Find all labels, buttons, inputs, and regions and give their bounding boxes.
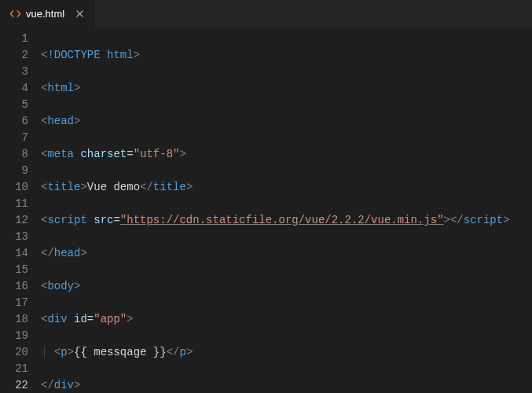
close-icon[interactable] (73, 8, 86, 20)
line-number: 5 (0, 97, 28, 113)
line-number: 19 (0, 328, 28, 344)
line-number: 17 (0, 295, 28, 311)
line-number: 3 (0, 64, 28, 80)
line-number: 22 (0, 377, 28, 393)
code-line[interactable]: <!DOCTYPE html> (41, 47, 532, 64)
line-number: 8 (0, 146, 28, 163)
code-line[interactable]: <head> (41, 113, 532, 130)
code-line[interactable]: │ <p>{{ messqage }}</p> (41, 344, 532, 361)
line-number: 13 (0, 229, 28, 245)
code-line[interactable]: <script src="https://cdn.staticfile.org/… (41, 212, 532, 229)
code-line[interactable]: <div id="app"> (41, 311, 532, 328)
code-line[interactable]: </head> (41, 245, 532, 262)
tab-bar: vue.html (0, 0, 532, 28)
line-number: 21 (0, 361, 28, 377)
line-number: 6 (0, 113, 28, 130)
code-line[interactable]: <html> (41, 80, 532, 97)
line-number: 14 (0, 245, 28, 262)
line-number: 7 (0, 130, 28, 146)
code-line[interactable]: <body> (41, 278, 532, 295)
code-line[interactable]: <title>Vue demo</title> (41, 179, 532, 196)
code-line[interactable]: </div> (41, 377, 532, 393)
line-number: 2 (0, 47, 28, 64)
line-number: 18 (0, 311, 28, 328)
line-number: 9 (0, 163, 28, 179)
code-content[interactable]: <!DOCTYPE html> <html> <head> <meta char… (41, 31, 532, 393)
line-number: 11 (0, 196, 28, 212)
line-number: 16 (0, 278, 28, 295)
editor-area[interactable]: 1 2 3 4 5 6 7 8 9 10 11 12 13 14 15 16 1… (0, 28, 532, 393)
code-line[interactable]: <meta charset="utf-8"> (41, 146, 532, 163)
line-number-gutter: 1 2 3 4 5 6 7 8 9 10 11 12 13 14 15 16 1… (0, 31, 41, 393)
tab-filename: vue.html (26, 8, 64, 20)
line-number: 12 (0, 212, 28, 229)
tab-vue-html[interactable]: vue.html (0, 0, 94, 28)
line-number: 15 (0, 262, 28, 278)
line-number: 4 (0, 80, 28, 97)
html-file-icon (9, 8, 21, 20)
line-number: 1 (0, 31, 28, 47)
line-number: 10 (0, 179, 28, 196)
line-number: 20 (0, 344, 28, 361)
